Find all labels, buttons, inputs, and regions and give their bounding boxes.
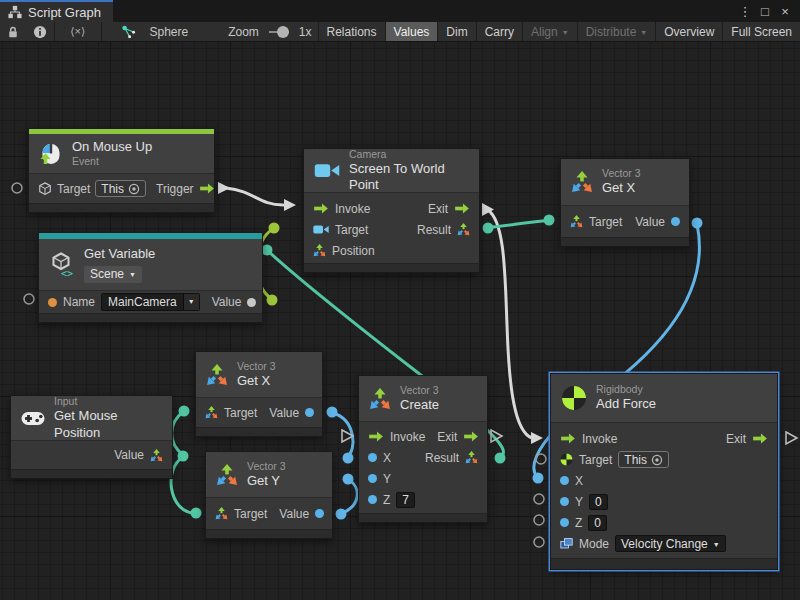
port-getxtop-value-out[interactable] (692, 218, 703, 229)
port-camera-target-in[interactable] (269, 223, 280, 234)
flow-arrow-icon[interactable] (463, 431, 479, 442)
variable-name-dropdown[interactable]: MainCamera (101, 293, 200, 311)
node-get-variable[interactable]: <> Get Variable Scene Name MainCamera (38, 232, 263, 323)
flow-arrow-icon[interactable] (199, 183, 215, 194)
graph-breadcrumb[interactable] (115, 22, 143, 41)
port-variable-value-out[interactable] (267, 295, 278, 306)
dim-button[interactable]: Dim (437, 22, 475, 41)
float-port-dot[interactable] (560, 518, 569, 527)
value-port-dot[interactable] (247, 298, 256, 307)
port-camera-result-out[interactable] (483, 223, 494, 234)
zoom-slider[interactable] (269, 31, 289, 33)
flow-arrow-icon[interactable] (368, 431, 384, 442)
port-addforce-mode-in[interactable] (534, 537, 544, 547)
tab-script-graph[interactable]: Script Graph (0, 0, 113, 22)
vector3-icon[interactable] (465, 451, 478, 464)
arrowhead-icon (531, 432, 543, 444)
port-getxtop-target-in[interactable] (544, 215, 555, 226)
sphere-graph-icon (122, 25, 136, 39)
vector3-icon[interactable] (570, 215, 583, 228)
zoom-label: Zoom (222, 25, 265, 39)
port-addforce-z-in[interactable] (534, 515, 544, 525)
value-port-dot[interactable] (671, 217, 680, 226)
node-category: Vector 3 (237, 360, 276, 373)
port-create-result-out[interactable] (495, 453, 506, 464)
flow-arrow-icon[interactable] (454, 203, 470, 214)
float-port-dot[interactable] (560, 476, 569, 485)
relations-button[interactable]: Relations (318, 22, 385, 41)
camera-icon[interactable] (313, 224, 329, 235)
z-value-input[interactable]: 7 (396, 492, 415, 508)
node-on-mouse-up[interactable]: On Mouse Up Event Target This Trigger (28, 128, 215, 213)
node-get-y[interactable]: Vector 3 Get Y Target Value (205, 451, 333, 539)
port-create-x-in[interactable] (343, 453, 354, 464)
port-label: Target (589, 215, 622, 229)
vector3-icon[interactable] (205, 406, 218, 419)
float-port-dot[interactable] (368, 474, 377, 483)
target-self-chip[interactable]: This (95, 180, 146, 197)
port-onmouseup-target-in[interactable] (12, 183, 22, 193)
align-button[interactable]: Align (522, 22, 577, 41)
port-getxmid-target-in[interactable] (179, 406, 190, 417)
carry-button[interactable]: Carry (476, 22, 522, 41)
close-icon[interactable]: × (776, 4, 794, 19)
port-mousepos-value-out[interactable] (178, 451, 189, 462)
node-footer (561, 237, 689, 246)
vector3-icon[interactable] (457, 223, 470, 236)
maximize-icon[interactable]: □ (756, 4, 774, 19)
vector3-icon[interactable] (215, 507, 228, 520)
port-gety-target-in[interactable] (191, 508, 202, 519)
port-camera-position-in[interactable] (262, 245, 273, 256)
distribute-button[interactable]: Distribute (577, 22, 656, 41)
full-screen-button[interactable]: Full Screen (722, 22, 800, 41)
y-value-input[interactable]: 0 (589, 494, 608, 510)
flow-arrow-icon[interactable] (313, 203, 329, 214)
value-port-dot[interactable] (305, 408, 314, 417)
node-title: Screen To World Point (349, 161, 469, 194)
node-create-vector3[interactable]: Vector 3 Create Invoke Exit X Result (358, 375, 488, 523)
float-port-dot[interactable] (368, 495, 377, 504)
z-value-input[interactable]: 0 (588, 515, 607, 531)
node-get-x-mid[interactable]: Vector 3 Get X Target Value (195, 351, 323, 437)
enum-icon[interactable] (560, 537, 573, 550)
chevron-down-icon (129, 267, 136, 282)
port-addforce-target-in[interactable] (536, 454, 546, 464)
flow-arrow-icon[interactable] (752, 433, 768, 444)
port-label: Result (425, 451, 459, 465)
graph-canvas[interactable]: On Mouse Up Event Target This Trigger (0, 42, 800, 600)
arrowhead-icon (284, 199, 296, 211)
object-port-dot[interactable] (48, 298, 57, 307)
port-label: Result (417, 223, 451, 237)
overview-button[interactable]: Overview (655, 22, 722, 41)
value-port-dot[interactable] (315, 509, 324, 518)
values-button[interactable]: Values (385, 22, 438, 41)
target-self-chip[interactable]: This (618, 451, 669, 468)
vector3-icon[interactable] (313, 244, 326, 257)
node-screen-to-world-point[interactable]: Camera Screen To World Point Invoke Exit… (303, 148, 480, 273)
inspect-button[interactable] (26, 22, 54, 41)
lock-button[interactable] (0, 22, 26, 41)
variable-scope-dropdown[interactable]: Scene (84, 266, 142, 283)
rigidbody-icon[interactable] (560, 453, 573, 466)
port-gety-value-out[interactable] (336, 509, 347, 520)
float-port-dot[interactable] (560, 497, 569, 506)
port-getxmid-value-out[interactable] (327, 407, 338, 418)
node-add-force[interactable]: Rigidbody Add Force Invoke Exit Target T… (550, 373, 778, 570)
code-preview-button[interactable]: ⟨×⟩ (54, 22, 101, 41)
port-trigger-out[interactable] (218, 182, 230, 194)
port-create-y-in[interactable] (343, 474, 354, 485)
port-addforce-y-in[interactable] (534, 494, 544, 504)
node-get-x-top[interactable]: Vector 3 Get X Target Value (560, 158, 690, 247)
menu-icon[interactable]: ⋮ (736, 4, 754, 19)
vector3-icon[interactable] (150, 449, 163, 462)
port-addforce-exit-out[interactable] (786, 432, 797, 444)
port-variable-name-in[interactable] (24, 294, 34, 304)
zoom-slider-handle[interactable] (277, 26, 289, 38)
node-get-mouse-position[interactable]: Input Get Mouse Position Value (10, 395, 173, 479)
mode-dropdown[interactable]: Velocity Change (615, 535, 726, 552)
flow-arrow-icon[interactable] (560, 433, 576, 444)
port-addforce-x-in[interactable] (533, 473, 544, 484)
float-port-dot[interactable] (368, 453, 377, 462)
port-label: Invoke (582, 432, 617, 446)
node-header: <> Get Variable Scene (39, 239, 262, 291)
